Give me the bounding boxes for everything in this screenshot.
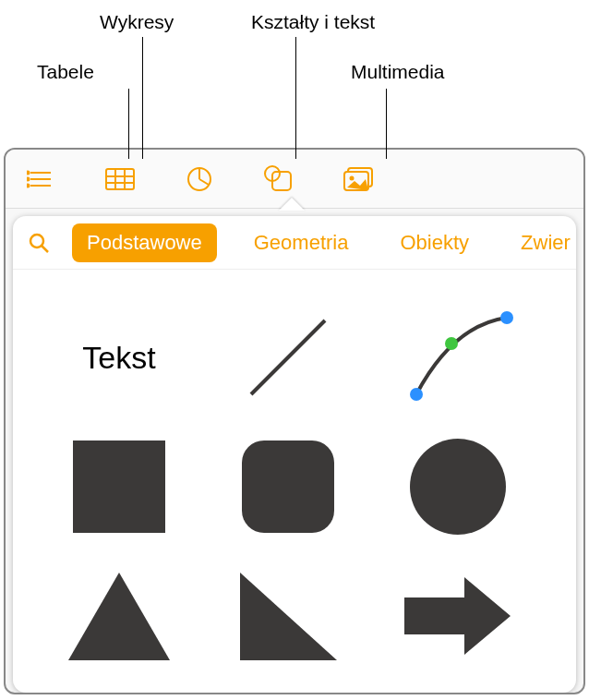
shape-rounded-square[interactable] — [228, 436, 348, 537]
shape-grid: Tekst — [13, 270, 576, 693]
shape-line[interactable] — [228, 307, 348, 408]
svg-point-5 — [27, 184, 30, 187]
list-icon[interactable] — [24, 163, 57, 196]
media-icon[interactable] — [342, 163, 375, 196]
shape-curve[interactable] — [398, 307, 518, 408]
shapes-popover: Podstawowe Geometria Obiekty Zwier Tekst — [13, 216, 576, 693]
svg-rect-26 — [242, 441, 334, 533]
svg-point-19 — [30, 235, 43, 247]
svg-line-20 — [42, 246, 48, 252]
app-frame: Podstawowe Geometria Obiekty Zwier Tekst — [4, 148, 585, 694]
callout-line — [142, 37, 143, 159]
callout-line — [295, 37, 296, 159]
svg-point-22 — [410, 388, 423, 401]
shape-triangle[interactable] — [59, 565, 179, 667]
callout-charts: Wykresy — [100, 11, 174, 33]
popover-arrow — [279, 198, 305, 211]
svg-line-13 — [199, 179, 209, 185]
shape-arrow[interactable] — [398, 565, 518, 667]
svg-rect-6 — [106, 169, 134, 189]
svg-line-21 — [251, 320, 325, 394]
svg-point-24 — [445, 337, 458, 350]
callout-shapes-text: Kształty i tekst — [251, 11, 375, 33]
search-icon[interactable] — [28, 229, 50, 257]
tab-objects[interactable]: Obiekty — [385, 225, 484, 260]
tab-geometry[interactable]: Geometria — [239, 225, 364, 260]
svg-point-27 — [410, 439, 506, 535]
text-label: Tekst — [82, 340, 155, 376]
svg-marker-30 — [404, 577, 511, 655]
svg-point-3 — [27, 171, 30, 174]
callout-line — [386, 89, 387, 159]
tab-animals[interactable]: Zwier — [506, 225, 576, 260]
table-icon[interactable] — [103, 163, 137, 196]
svg-marker-29 — [240, 573, 337, 660]
chart-icon[interactable] — [183, 163, 216, 196]
shape-square[interactable] — [59, 436, 179, 537]
shape-right-triangle[interactable] — [228, 565, 348, 667]
tab-basic[interactable]: Podstawowe — [72, 223, 217, 262]
svg-point-4 — [27, 177, 30, 180]
callout-media: Multimedia — [351, 61, 445, 83]
shape-text[interactable]: Tekst — [59, 307, 179, 408]
svg-rect-25 — [73, 441, 165, 533]
shape-icon[interactable] — [262, 163, 295, 196]
svg-point-18 — [350, 175, 355, 180]
svg-point-23 — [500, 311, 513, 324]
svg-marker-28 — [68, 573, 170, 660]
callout-tables: Tabele — [37, 61, 94, 83]
callouts-area: Tabele Wykresy Kształty i tekst Multimed… — [0, 0, 589, 148]
category-tabs: Podstawowe Geometria Obiekty Zwier — [13, 216, 576, 270]
callout-line — [128, 89, 129, 159]
shape-circle[interactable] — [398, 436, 518, 537]
